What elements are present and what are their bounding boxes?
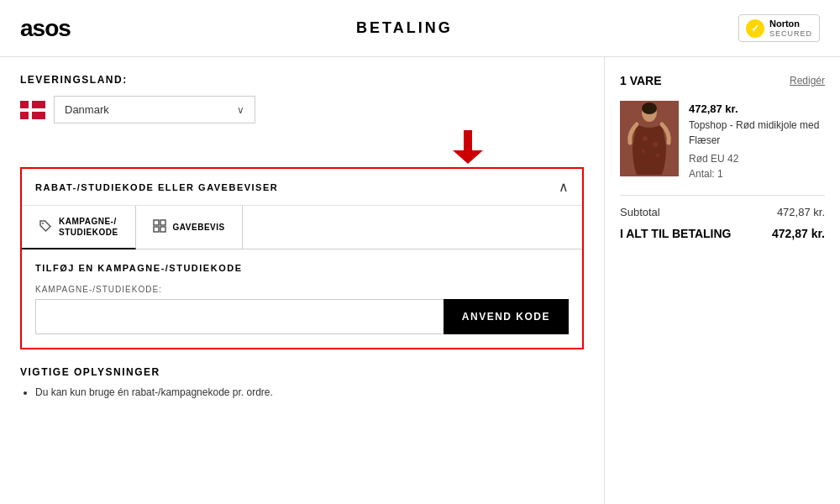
country-value: Danmark [65, 103, 109, 116]
right-panel: 1 VARE Redigér [605, 57, 840, 504]
promo-header: RABAT-/STUDIEKODE ELLER GAVEBEVISER ∧ [22, 169, 582, 206]
edit-link[interactable]: Redigér [790, 75, 825, 87]
item-figure-icon [620, 101, 679, 176]
svg-rect-7 [160, 220, 165, 225]
asos-logo: asos [20, 15, 71, 42]
tab-kampagne-label: KAMPAGNE-/STUDIEKODE [59, 216, 118, 238]
apply-code-button[interactable]: ANVEND KODE [444, 299, 569, 334]
order-title: 1 VARE [620, 74, 662, 87]
promo-section: RABAT-/STUDIEKODE ELLER GAVEBEVISER ∧ KA… [20, 167, 584, 349]
svg-rect-8 [154, 227, 159, 232]
page-wrapper: asos BETALING ✓ Norton SECURED LEVERINGS… [0, 0, 840, 504]
svg-point-5 [42, 223, 44, 224]
info-list: Du kan kun bruge én rabat-/kampagnekode … [20, 385, 584, 401]
header: asos BETALING ✓ Norton SECURED [0, 0, 840, 57]
divider [620, 195, 825, 196]
item-price: 472,87 kr. [689, 101, 825, 118]
svg-point-13 [643, 136, 648, 141]
code-label: KAMPAGNE-/STUDIEKODE: [35, 285, 569, 294]
dropdown-arrow-icon: ∨ [237, 104, 244, 116]
item-color: Rød EU 42 [689, 151, 825, 166]
promo-tabs: KAMPAGNE-/STUDIEKODE GAVEBEVIS [22, 206, 582, 249]
subtotal-row: Subtotal 472,87 kr. [620, 206, 825, 218]
svg-marker-4 [453, 150, 483, 164]
item-qty: Antal: 1 [689, 166, 825, 181]
norton-check-icon: ✓ [746, 19, 764, 38]
promo-title: RABAT-/STUDIEKODE ELLER GAVEBEVISER [35, 182, 278, 192]
tab-gavebevis-label: GAVEBEVIS [173, 223, 225, 232]
delivery-label: LEVERINGSLAND: [20, 74, 584, 86]
item-name: Topshop - Rød midikjole med Flæser [689, 118, 825, 148]
total-label: I ALT TIL BETALING [620, 227, 731, 240]
item-image [620, 101, 679, 176]
promo-body-title: TILFØJ EN KAMPAGNE-/STUDIEKODE [35, 263, 569, 273]
total-value: 472,87 kr. [772, 227, 825, 240]
main-content: LEVERINGSLAND: Danmark ∨ [0, 57, 840, 504]
red-arrow-container [20, 130, 584, 167]
order-item: 472,87 kr. Topshop - Rød midikjole med F… [620, 101, 825, 181]
delivery-row: Danmark ∨ [20, 96, 584, 123]
code-input[interactable] [35, 299, 444, 334]
page-title: BETALING [356, 19, 453, 37]
svg-point-15 [642, 150, 645, 153]
tab-gavebevis[interactable]: GAVEBEVIS [136, 206, 243, 249]
total-row: I ALT TIL BETALING 472,87 kr. [620, 227, 825, 240]
grid-icon [153, 219, 166, 235]
info-title: VIGTIGE OPLYSNINGER [20, 366, 584, 378]
promo-body: TILFØJ EN KAMPAGNE-/STUDIEKODE KAMPAGNE-… [22, 249, 582, 348]
order-header: 1 VARE Redigér [620, 74, 825, 87]
svg-point-12 [642, 102, 657, 114]
svg-rect-2 [20, 108, 45, 112]
svg-rect-9 [160, 227, 165, 232]
norton-badge: ✓ Norton SECURED [738, 14, 820, 42]
norton-text: Norton SECURED [769, 18, 812, 38]
code-input-row: ANVEND KODE [35, 299, 569, 334]
info-section: VIGTIGE OPLYSNINGER Du kan kun bruge én … [20, 363, 584, 401]
red-arrow-icon [453, 130, 483, 167]
info-item: Du kan kun bruge én rabat-/kampagnekode … [35, 385, 584, 401]
promo-chevron-icon[interactable]: ∧ [559, 179, 569, 195]
svg-rect-3 [464, 130, 472, 152]
denmark-flag-icon [20, 101, 45, 119]
left-panel: LEVERINGSLAND: Danmark ∨ [0, 57, 605, 504]
svg-point-14 [653, 142, 658, 147]
item-details: 472,87 kr. Topshop - Rød midikjole med F… [689, 101, 825, 181]
tab-kampagne[interactable]: KAMPAGNE-/STUDIEKODE [22, 206, 136, 249]
subtotal-label: Subtotal [620, 206, 660, 218]
svg-rect-6 [154, 220, 159, 225]
tag-icon [39, 219, 52, 235]
svg-point-16 [656, 154, 659, 157]
subtotal-value: 472,87 kr. [777, 206, 825, 218]
country-dropdown[interactable]: Danmark ∨ [54, 96, 255, 123]
